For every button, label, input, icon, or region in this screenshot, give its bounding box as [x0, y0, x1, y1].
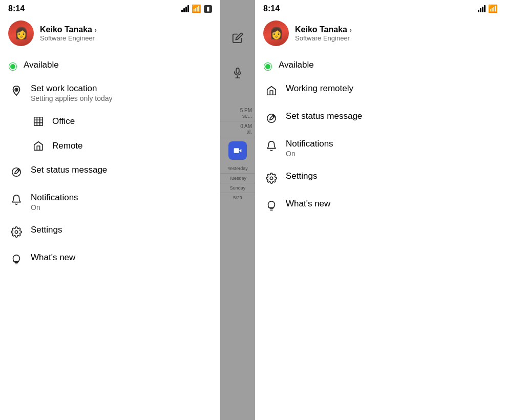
left-menu-list: Available Set work location Setting appl… [0, 53, 220, 274]
right-signal-icon [478, 5, 486, 12]
right-panel: 8:14 📶 👩 Keiko Tanaka › Software Enginee… [255, 0, 506, 420]
left-time: 8:14 [8, 4, 25, 13]
strip-video-btn[interactable] [220, 137, 255, 164]
right-status-icons: 📶 [478, 4, 498, 13]
left-menu-item-office[interactable]: Office [5, 109, 220, 134]
gear-icon [9, 225, 24, 239]
left-status-icons: 📶 ▮ [181, 4, 212, 13]
left-menu-item-whats-new[interactable]: What's new [5, 246, 220, 274]
strip-row-2: 0 AM al. [220, 121, 255, 137]
right-profile-title: Software Engineer [295, 34, 352, 42]
right-available-dot-icon [264, 63, 271, 70]
right-available-label: Available [279, 60, 314, 70]
left-available-label: Available [24, 60, 59, 70]
strip-row-sunday: Sunday [220, 183, 255, 193]
left-status-bar: 8:14 📶 ▮ [0, 0, 220, 15]
left-work-location-label: Set work location Setting applies only t… [31, 83, 113, 102]
strip-row-yesterday: Yesterday [220, 164, 255, 174]
right-profile-name: Keiko Tanaka › [295, 25, 352, 34]
right-edit-circle-icon [264, 111, 279, 125]
bulb-icon [9, 253, 24, 267]
right-menu-list: Available Working remotely [255, 53, 506, 220]
wifi-icon: 📶 [192, 4, 201, 13]
left-profile-name: Keiko Tanaka › [40, 25, 97, 34]
available-dot-icon [9, 63, 16, 70]
right-notifications-label: Notifications On [286, 139, 333, 158]
left-set-status-label: Set status message [31, 165, 107, 175]
right-bell-icon [264, 139, 279, 153]
right-avatar: 👩 [263, 20, 289, 46]
battery-icon: ▮ [204, 5, 212, 13]
right-status-bar: 8:14 📶 [255, 0, 506, 15]
right-menu-item-set-status[interactable]: Set status message [260, 104, 506, 132]
svg-point-8 [15, 230, 18, 234]
right-whats-new-label: What's new [286, 199, 330, 209]
right-menu-item-available[interactable]: Available [260, 53, 506, 77]
strip-row-1: 5 PM se... [220, 106, 255, 121]
edit-circle-icon [9, 165, 24, 179]
left-remote-label: Remote [52, 141, 83, 151]
location-pin-icon [9, 83, 24, 98]
right-bulb-icon [264, 199, 279, 213]
right-chevron-icon: › [349, 26, 351, 34]
right-working-remotely-label: Working remotely [286, 83, 353, 94]
left-profile-info: Keiko Tanaka › Software Engineer [40, 25, 97, 42]
left-whats-new-label: What's new [31, 253, 75, 263]
left-menu-item-available[interactable]: Available [5, 53, 220, 77]
strip-row-date: 5/29 [220, 193, 255, 202]
left-settings-label: Settings [31, 225, 62, 235]
left-menu-item-settings[interactable]: Settings [5, 218, 220, 246]
left-menu-item-set-status[interactable]: Set status message [5, 158, 220, 186]
svg-point-1 [16, 89, 17, 90]
svg-rect-2 [34, 117, 43, 126]
left-panel: 8:14 📶 ▮ 👩 Keiko Tanaka › Software Engin… [0, 0, 220, 420]
right-menu-item-whats-new[interactable]: What's new [260, 192, 506, 220]
left-menu-item-remote[interactable]: Remote [5, 134, 220, 158]
right-wifi-icon: 📶 [488, 4, 498, 13]
compose-icon[interactable] [230, 31, 245, 45]
right-profile-header[interactable]: 👩 Keiko Tanaka › Software Engineer [255, 15, 506, 53]
left-menu-item-set-work-location[interactable]: Set work location Setting applies only t… [5, 77, 220, 109]
svg-rect-14 [234, 148, 239, 153]
home-icon [32, 139, 45, 153]
left-profile-title: Software Engineer [40, 34, 97, 42]
right-settings-label: Settings [286, 171, 317, 181]
left-office-label: Office [52, 116, 75, 127]
building-icon [32, 115, 45, 128]
svg-rect-11 [236, 68, 239, 73]
left-avatar: 👩 [8, 20, 34, 46]
right-menu-item-notifications[interactable]: Notifications On [260, 132, 506, 164]
signal-icon [181, 5, 189, 12]
middle-strip: 5 PM se... 0 AM al. Yesterday Tuesday Su… [220, 0, 255, 420]
right-set-status-label: Set status message [286, 111, 362, 121]
left-profile-header[interactable]: 👩 Keiko Tanaka › Software Engineer [0, 15, 220, 53]
right-gear-icon [264, 171, 279, 185]
right-menu-item-working-remotely[interactable]: Working remotely [260, 77, 506, 104]
left-notifications-label: Notifications On [31, 193, 78, 212]
right-time: 8:14 [263, 4, 280, 13]
strip-row-tuesday: Tuesday [220, 174, 255, 183]
right-menu-item-settings[interactable]: Settings [260, 164, 506, 192]
left-menu-item-notifications[interactable]: Notifications On [5, 186, 220, 218]
strip-messages: 5 PM se... 0 AM al. Yesterday Tuesday Su… [220, 106, 255, 202]
video-icon[interactable] [228, 141, 247, 160]
left-chevron-icon: › [94, 26, 96, 34]
right-profile-info: Keiko Tanaka › Software Engineer [295, 25, 352, 42]
svg-point-16 [270, 177, 273, 180]
bell-icon [9, 193, 24, 207]
right-home-icon [264, 83, 279, 98]
mic-icon[interactable] [230, 66, 245, 80]
